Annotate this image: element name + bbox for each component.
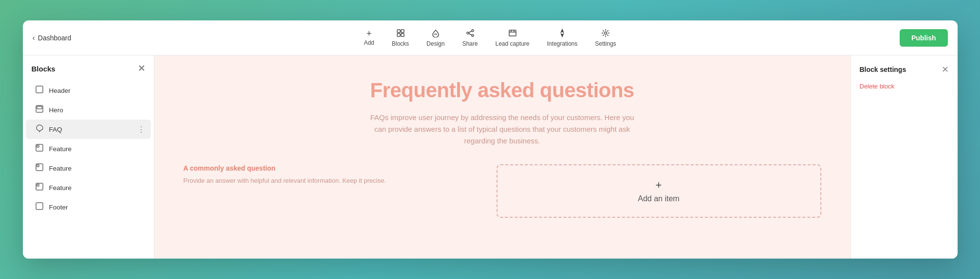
sidebar-item-header[interactable]: Header [26, 81, 151, 100]
nav-settings[interactable]: Settings [595, 29, 616, 47]
sidebar-item-faq[interactable]: FAQ ⋮ [26, 120, 151, 139]
hero-block-icon [35, 105, 44, 115]
svg-point-4 [471, 30, 473, 32]
faq-item-left: A commonly asked question Provide an ans… [184, 164, 487, 186]
right-panel: Block settings ✕ Delete block [851, 55, 958, 259]
nav-lead-capture-label: Lead capture [495, 40, 529, 47]
nav-integrations-label: Integrations [547, 40, 578, 47]
sidebar-item-feature1-label: Feature [49, 145, 72, 153]
lead-capture-icon [508, 29, 517, 39]
back-button[interactable]: ‹ Dashboard [33, 34, 72, 42]
svg-rect-25 [36, 203, 43, 209]
faq-content-area: A commonly asked question Provide an ans… [184, 164, 821, 218]
svg-marker-13 [561, 30, 563, 32]
right-panel-title: Block settings [860, 66, 906, 73]
svg-marker-14 [561, 34, 563, 36]
main-content: Blocks ✕ Header Hero FAQ ⋮ [23, 55, 958, 259]
svg-point-5 [466, 32, 468, 34]
svg-rect-3 [401, 34, 404, 36]
topbar: ‹ Dashboard + Add Blocks [23, 20, 958, 55]
svg-line-8 [468, 31, 471, 33]
sidebar-item-feature-3[interactable]: Feature [26, 178, 151, 197]
sidebar: Blocks ✕ Header Hero FAQ ⋮ [23, 55, 154, 259]
sidebar-title: Blocks [32, 65, 55, 73]
add-item-button[interactable]: + Add an item [497, 164, 821, 218]
nav-add[interactable]: + Add [364, 29, 374, 46]
nav-lead-capture[interactable]: Lead capture [495, 29, 529, 47]
nav-design[interactable]: Design [426, 29, 444, 47]
design-icon [431, 29, 440, 39]
svg-rect-22 [37, 165, 39, 167]
right-panel-header: Block settings ✕ [860, 64, 949, 75]
integrations-icon [558, 29, 567, 39]
feature3-block-icon [35, 182, 44, 193]
sidebar-item-header-label: Header [49, 87, 71, 94]
header-block-icon [35, 85, 44, 96]
footer-block-icon [35, 202, 44, 212]
canvas: Frequently asked questions FAQs improve … [154, 55, 851, 259]
topbar-nav: + Add Blocks [364, 29, 616, 47]
back-icon: ‹ [33, 34, 35, 42]
nav-blocks[interactable]: Blocks [392, 29, 409, 47]
faq-question: A commonly asked question [184, 164, 487, 172]
add-item-plus-icon: + [656, 179, 662, 192]
sidebar-item-hero-label: Hero [49, 106, 63, 114]
sidebar-item-feature2-label: Feature [49, 165, 72, 172]
svg-point-15 [604, 32, 607, 34]
svg-rect-18 [37, 106, 42, 109]
svg-point-6 [471, 35, 473, 36]
svg-rect-0 [397, 30, 400, 33]
faq-block: Frequently asked questions FAQs improve … [154, 55, 851, 237]
sidebar-item-feature-2[interactable]: Feature [26, 158, 151, 178]
feature2-block-icon [35, 163, 44, 174]
svg-rect-20 [37, 145, 39, 147]
publish-button[interactable]: Publish [900, 29, 948, 47]
sidebar-item-hero[interactable]: Hero [26, 100, 151, 120]
nav-design-label: Design [426, 40, 444, 47]
sidebar-item-footer[interactable]: Footer [26, 197, 151, 217]
faq-title: Frequently asked questions [184, 79, 821, 102]
back-label: Dashboard [38, 34, 72, 42]
right-panel-close-button[interactable]: ✕ [942, 64, 949, 75]
nav-settings-label: Settings [595, 40, 616, 47]
faq-subtitle: FAQs improve user journey by addressing … [366, 112, 639, 147]
share-icon [465, 29, 474, 39]
nav-add-label: Add [364, 39, 374, 46]
feature1-block-icon [35, 143, 44, 154]
nav-share-label: Share [462, 40, 478, 47]
svg-rect-16 [36, 86, 43, 93]
faq-block-icon [35, 124, 44, 135]
nav-share[interactable]: Share [462, 29, 478, 47]
svg-rect-1 [401, 30, 404, 33]
faq-answer: Provide an answer with helpful and relev… [184, 176, 487, 186]
app-window: ‹ Dashboard + Add Blocks [23, 20, 958, 259]
blocks-icon [396, 29, 405, 39]
svg-rect-9 [509, 30, 516, 36]
svg-rect-24 [37, 184, 39, 186]
nav-blocks-label: Blocks [392, 40, 409, 47]
sidebar-header: Blocks ✕ [23, 63, 154, 81]
sidebar-item-feature-1[interactable]: Feature [26, 139, 151, 158]
sidebar-item-faq-label: FAQ [49, 126, 62, 133]
sidebar-item-feature3-label: Feature [49, 184, 72, 192]
delete-block-button[interactable]: Delete block [860, 83, 949, 90]
svg-rect-2 [397, 34, 400, 36]
settings-icon [601, 29, 610, 39]
sidebar-item-faq-dots[interactable]: ⋮ [137, 125, 145, 134]
svg-line-7 [468, 34, 471, 35]
nav-integrations[interactable]: Integrations [547, 29, 578, 47]
sidebar-close-button[interactable]: ✕ [138, 63, 145, 74]
add-item-label: Add an item [638, 194, 679, 203]
sidebar-item-footer-label: Footer [49, 204, 68, 211]
add-icon: + [367, 29, 372, 38]
